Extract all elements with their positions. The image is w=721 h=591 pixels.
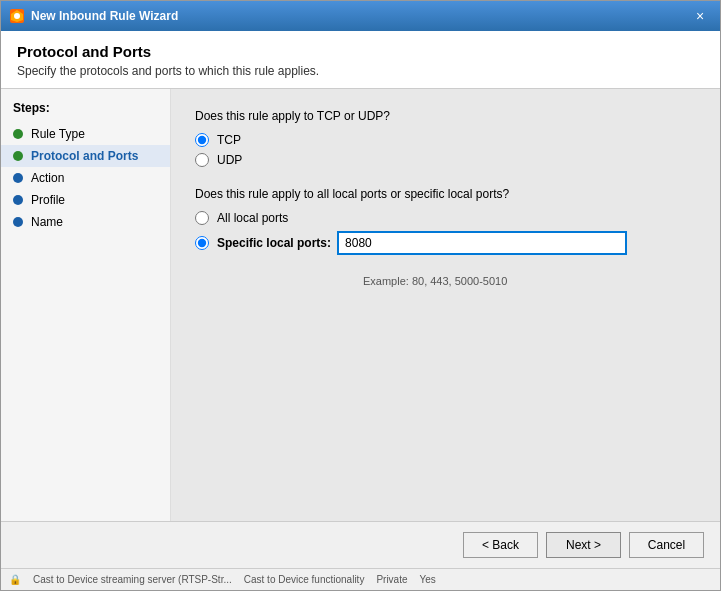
- sidebar-item-rule-type[interactable]: Rule Type: [1, 123, 170, 145]
- steps-label: Steps:: [1, 101, 170, 123]
- step-dot-rule-type: [13, 129, 23, 139]
- taskbar-strip: 🔒 Cast to Device streaming server (RTSP-…: [1, 568, 720, 590]
- wizard-icon: [9, 8, 25, 24]
- window-title: New Inbound Rule Wizard: [31, 9, 688, 23]
- sidebar-item-name[interactable]: Name: [1, 211, 170, 233]
- udp-label[interactable]: UDP: [217, 153, 242, 167]
- taskbar-item-4: Yes: [420, 574, 436, 585]
- page-header: Protocol and Ports Specify the protocols…: [1, 31, 720, 89]
- ports-section: Does this rule apply to all local ports …: [195, 187, 696, 287]
- sidebar-item-action[interactable]: Action: [1, 167, 170, 189]
- cancel-button[interactable]: Cancel: [629, 532, 704, 558]
- step-dot-name: [13, 217, 23, 227]
- protocol-radio-group: TCP UDP: [195, 133, 696, 167]
- content-area: Steps: Rule Type Protocol and Ports Acti…: [1, 89, 720, 521]
- taskbar-item-3: Private: [376, 574, 407, 585]
- tcp-option[interactable]: TCP: [195, 133, 696, 147]
- specific-ports-label: Specific local ports:: [217, 236, 331, 250]
- taskbar-item-0: 🔒: [9, 574, 21, 585]
- close-button[interactable]: ×: [688, 6, 712, 26]
- tcp-radio[interactable]: [195, 133, 209, 147]
- main-content: Does this rule apply to TCP or UDP? TCP …: [171, 89, 720, 521]
- specific-ports-radio[interactable]: [195, 236, 209, 250]
- specific-ports-option[interactable]: Specific local ports:: [195, 231, 696, 255]
- sidebar-label-protocol-ports: Protocol and Ports: [31, 149, 138, 163]
- port-example: Example: 80, 443, 5000-5010: [363, 275, 696, 287]
- sidebar-label-name: Name: [31, 215, 63, 229]
- step-dot-protocol-ports: [13, 151, 23, 161]
- step-dot-profile: [13, 195, 23, 205]
- wizard-window: New Inbound Rule Wizard × Protocol and P…: [0, 0, 721, 591]
- sidebar-item-protocol-ports[interactable]: Protocol and Ports: [1, 145, 170, 167]
- back-button[interactable]: < Back: [463, 532, 538, 558]
- page-title: Protocol and Ports: [17, 43, 704, 60]
- port-input[interactable]: [337, 231, 627, 255]
- sidebar-label-action: Action: [31, 171, 64, 185]
- all-local-ports-label[interactable]: All local ports: [217, 211, 288, 225]
- step-dot-action: [13, 173, 23, 183]
- protocol-question: Does this rule apply to TCP or UDP?: [195, 109, 696, 123]
- svg-point-2: [14, 13, 20, 19]
- title-bar: New Inbound Rule Wizard ×: [1, 1, 720, 31]
- sidebar-item-profile[interactable]: Profile: [1, 189, 170, 211]
- next-button[interactable]: Next >: [546, 532, 621, 558]
- udp-option[interactable]: UDP: [195, 153, 696, 167]
- all-local-ports-option[interactable]: All local ports: [195, 211, 696, 225]
- ports-radio-group: All local ports Specific local ports:: [195, 211, 696, 255]
- ports-question: Does this rule apply to all local ports …: [195, 187, 696, 201]
- taskbar-item-1: Cast to Device streaming server (RTSP-St…: [33, 574, 232, 585]
- footer: < Back Next > Cancel: [1, 521, 720, 568]
- tcp-label[interactable]: TCP: [217, 133, 241, 147]
- all-local-ports-radio[interactable]: [195, 211, 209, 225]
- sidebar: Steps: Rule Type Protocol and Ports Acti…: [1, 89, 171, 521]
- sidebar-label-profile: Profile: [31, 193, 65, 207]
- udp-radio[interactable]: [195, 153, 209, 167]
- sidebar-label-rule-type: Rule Type: [31, 127, 85, 141]
- taskbar-item-2: Cast to Device functionality: [244, 574, 365, 585]
- page-subtitle: Specify the protocols and ports to which…: [17, 64, 704, 78]
